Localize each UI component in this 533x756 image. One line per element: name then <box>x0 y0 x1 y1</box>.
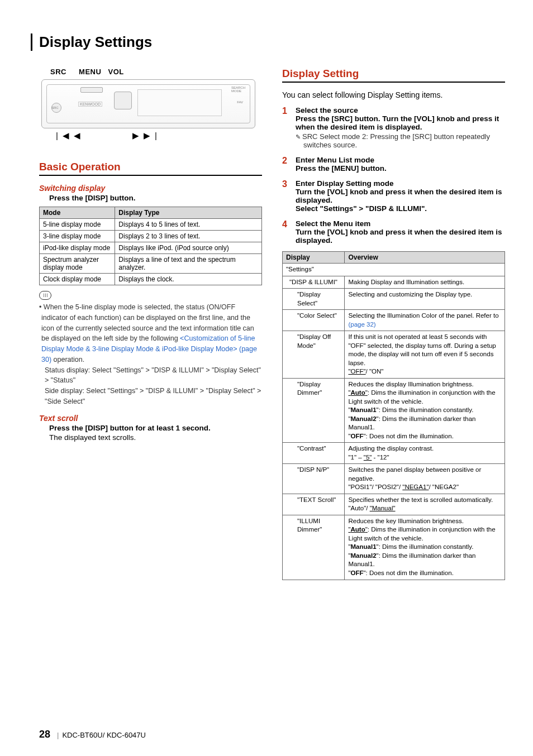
nav-icons: |◀◀ ▶▶| <box>39 131 262 141</box>
switching-display-instr: Press the [DISP] button. <box>39 194 262 202</box>
table-row: "Color Select"Selecting the Illumination… <box>283 310 505 331</box>
display-setting-intro: You can select following Display Setting… <box>282 90 505 99</box>
step: 2Enter Menu List modePress the [MENU] bu… <box>282 156 505 173</box>
table-row: iPod-like display modeDisplays like iPod… <box>40 242 262 254</box>
text-scroll-head: Text scroll <box>39 414 262 423</box>
table-row: "Display Select"Selecting and customizin… <box>283 289 505 310</box>
note-icon: ⁝⁝⁝ <box>39 291 51 300</box>
table-row: "DISP N/P"Switches the panel display bet… <box>283 464 505 494</box>
section-basic-operation: Basic Operation <box>39 161 262 176</box>
page-footer: 28|KDC-BT60U/ KDC-6047U <box>39 729 146 740</box>
switching-display-head: Switching display <box>39 184 262 193</box>
table-row: "Contrast"Adjusting the display contrast… <box>283 443 505 464</box>
table-row: Spectrum analyzer display modeDisplays a… <box>40 254 262 274</box>
section-display-setting: Display Setting <box>282 68 505 83</box>
step: 1Select the sourcePress the [SRC] button… <box>282 106 505 149</box>
settings-menu-table: Display Overview "Settings" "DISP & ILLU… <box>282 251 505 580</box>
step: 3Enter Display Setting modeTurn the [VOL… <box>282 179 505 213</box>
table-row: "ILLUMI Dimmer"Reduces the key Illuminat… <box>283 515 505 580</box>
note-block: • When the 5-line display mode is select… <box>39 302 262 407</box>
table-row: Clock display modeDisplays the clock. <box>40 274 262 285</box>
step: 4Select the Menu itemTurn the [VOL] knob… <box>282 219 505 245</box>
text-scroll-body: The displayed text scrolls. <box>39 433 262 442</box>
page-title: Display Settings <box>31 34 505 51</box>
table-row: "Display Dimmer"Reduces the display Illu… <box>283 378 505 443</box>
device-labels: SRC MENU VOL <box>39 68 262 76</box>
table-row: 5-line display modeDisplays 4 to 5 lines… <box>40 219 262 231</box>
display-mode-table: Mode Display Type 5-line display modeDis… <box>39 207 262 285</box>
table-row: "DISP & ILLUMI"Making Display and Illumi… <box>283 276 505 289</box>
table-row: "TEXT Scroll"Specifies whether the text … <box>283 494 505 515</box>
device-illustration: SRC SEARCHMODE FAV KENWOOD <box>41 79 255 128</box>
table-row: 3-line display modeDisplays 2 to 3 lines… <box>40 231 262 242</box>
text-scroll-instr: Press the [DISP] button for at least 1 s… <box>39 424 262 432</box>
table-row: "Display Off Mode"If this unit is not op… <box>283 331 505 379</box>
